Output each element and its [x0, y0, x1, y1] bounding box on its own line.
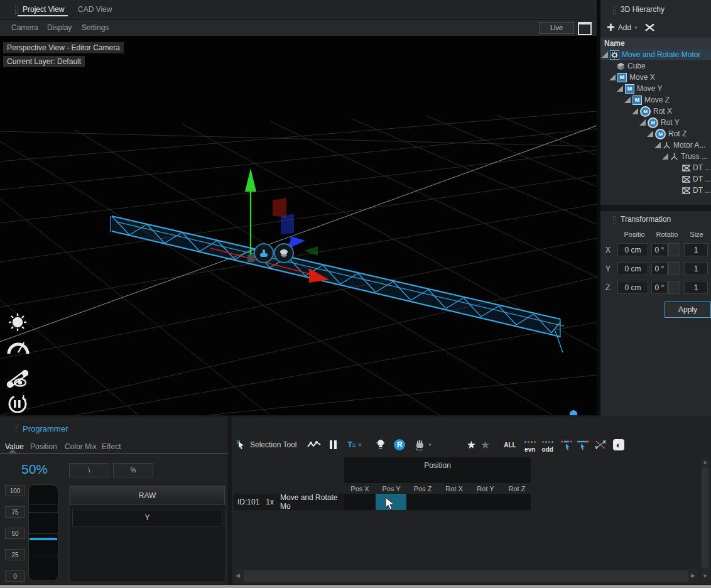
expand-triangle-icon[interactable]: [639, 119, 646, 126]
tree-item-dt-truss-3[interactable]: DT ...: [600, 185, 711, 196]
tab-project-view[interactable]: Project View: [23, 5, 64, 14]
add-dropdown-caret-icon[interactable]: ▾: [634, 25, 638, 31]
scroll-left-arrow-icon[interactable]: ◀: [236, 573, 240, 579]
scroll-down-arrow-icon[interactable]: ▼: [700, 574, 710, 579]
expand-triangle-icon[interactable]: [617, 85, 623, 92]
expand-triangle-icon[interactable]: [602, 52, 608, 58]
tree-item-dt-truss-2[interactable]: DT ...: [600, 173, 711, 185]
tree-item-rot-x[interactable]: M Rot X: [600, 106, 711, 117]
expand-triangle-icon[interactable]: [609, 74, 616, 80]
gizmo-plane-xy[interactable]: [273, 198, 286, 218]
tab-position[interactable]: Position: [30, 442, 57, 451]
grab-hand-icon[interactable]: [414, 439, 426, 450]
text-tool-caret-icon[interactable]: ▾: [359, 442, 362, 448]
scroll-up-arrow-icon[interactable]: ▲: [700, 459, 710, 465]
select-even-button[interactable]: evn: [524, 436, 536, 454]
viewport-3d[interactable]: Perspective View - Editor Camera Current…: [0, 36, 597, 415]
col-rot-x[interactable]: Rot X: [438, 485, 470, 493]
truss-object[interactable]: [111, 216, 564, 352]
favorite-star-icon[interactable]: ★: [467, 438, 476, 452]
col-rot-z[interactable]: Rot Z: [501, 485, 533, 493]
col-pos-z[interactable]: Pos Z: [407, 485, 438, 493]
text-list-tool[interactable]: T: [348, 440, 352, 449]
position-y-input[interactable]: 0 cm: [617, 262, 648, 275]
backslash-button[interactable]: \: [69, 463, 109, 477]
size-y-input[interactable]: 1: [684, 262, 708, 275]
selection-tool-icon[interactable]: [236, 440, 246, 450]
rotation-z-input[interactable]: 0 °: [651, 281, 668, 294]
apply-button[interactable]: Apply: [665, 302, 711, 318]
vertical-scroll-thumb[interactable]: [702, 467, 708, 568]
horizontal-scroll-thumb[interactable]: [244, 570, 688, 582]
add-plus-icon[interactable]: +: [607, 21, 615, 34]
tree-item-truss-axis[interactable]: Truss ...: [600, 151, 711, 162]
fader-scale-75[interactable]: 75: [5, 506, 25, 518]
pause-icon[interactable]: [330, 440, 337, 449]
fader-scale-50[interactable]: 50: [5, 528, 25, 539]
tree-item-rot-z[interactable]: M Rot Z: [600, 128, 711, 139]
tab-cad-view[interactable]: CAD View: [78, 5, 112, 14]
swap-xy-icon[interactable]: XY: [594, 439, 607, 450]
grab-caret-icon[interactable]: ▾: [428, 442, 431, 448]
value-fader[interactable]: [28, 484, 58, 581]
fader-handle[interactable]: [30, 538, 57, 540]
keyframe-curve-icon[interactable]: [307, 440, 321, 449]
tree-item-move-and-rotate-motor[interactable]: Move and Rotate Motor: [600, 49, 711, 60]
grid-vertical-scrollbar[interactable]: ▲ ▼: [700, 457, 710, 582]
programmer-drag-handle[interactable]: [15, 425, 19, 433]
expand-triangle-icon[interactable]: [624, 97, 631, 103]
rotation-z-step-button[interactable]: [668, 281, 680, 294]
panel-divider[interactable]: [597, 0, 600, 415]
y-parameter-row[interactable]: Y: [72, 509, 222, 526]
expand-triangle-icon[interactable]: [632, 108, 638, 114]
invert-selection-icon[interactable]: ◐: [613, 439, 624, 450]
rotation-y-step-button[interactable]: [668, 262, 680, 275]
tree-item-rot-y[interactable]: M Rot Y: [600, 117, 711, 128]
size-x-input[interactable]: 1: [684, 243, 708, 256]
expand-triangle-icon[interactable]: [662, 153, 668, 160]
transformation-drag-handle[interactable]: [612, 215, 616, 224]
rotation-x-step-button[interactable]: [668, 243, 680, 256]
favorite-star-dim-icon[interactable]: ★: [480, 438, 490, 452]
gizmo-plane-yz[interactable]: [281, 214, 294, 234]
network-nodes-icon[interactable]: [558, 410, 592, 415]
tree-item-move-y[interactable]: M Move Y: [600, 83, 711, 94]
motor-selection-badge[interactable]: [254, 243, 274, 263]
expand-triangle-icon[interactable]: [654, 142, 661, 148]
scroll-right-arrow-icon[interactable]: ▶: [691, 573, 695, 579]
menu-display[interactable]: Display: [47, 23, 72, 32]
select-odd-button[interactable]: odd: [541, 436, 554, 454]
fixture-selection-badge[interactable]: [274, 243, 294, 263]
menu-settings[interactable]: Settings: [82, 23, 109, 32]
tree-item-cube[interactable]: Cube: [600, 60, 711, 72]
gizmo-y-axis[interactable]: [245, 168, 256, 259]
col-pos-y[interactable]: Pos Y: [376, 485, 407, 493]
display-tools-icon[interactable]: [8, 371, 28, 387]
tree-item-motor-axis[interactable]: Motor A...: [600, 139, 711, 151]
tree-item-move-x[interactable]: M Move X: [600, 72, 711, 83]
bottom-panel-divider[interactable]: [228, 416, 232, 585]
fixture-row-label[interactable]: ID:101 1x Move and Rotate Mo: [234, 494, 348, 510]
add-button[interactable]: Add: [618, 23, 631, 32]
fader-scale-25[interactable]: 25: [5, 549, 25, 560]
rotation-y-input[interactable]: 0 °: [651, 262, 668, 275]
tree-item-dt-truss-1[interactable]: DT ...: [600, 162, 711, 173]
col-rot-y[interactable]: Rot Y: [470, 485, 501, 493]
rotation-x-input[interactable]: 0 °: [651, 243, 668, 256]
percent-button[interactable]: %: [113, 463, 153, 477]
record-r-icon[interactable]: R: [394, 439, 405, 450]
gizmo-origin[interactable]: [247, 255, 254, 262]
select-line-cursor-alt-icon[interactable]: [577, 439, 589, 450]
maximize-viewport-icon[interactable]: [578, 22, 592, 35]
expand-triangle-icon[interactable]: [647, 131, 653, 137]
live-button[interactable]: Live: [539, 22, 574, 34]
menu-camera[interactable]: Camera: [11, 23, 38, 32]
gauge-icon[interactable]: [9, 342, 28, 354]
fader-scale-100[interactable]: 100: [5, 485, 25, 496]
hierarchy-drag-handle[interactable]: [612, 5, 616, 14]
position-x-input[interactable]: 0 cm: [617, 243, 648, 256]
selection-tool-label[interactable]: Selection Tool: [250, 440, 297, 449]
size-z-input[interactable]: 1: [684, 281, 708, 294]
highlight-bulb-icon[interactable]: [376, 439, 385, 450]
select-line-cursor-icon[interactable]: [560, 439, 573, 450]
